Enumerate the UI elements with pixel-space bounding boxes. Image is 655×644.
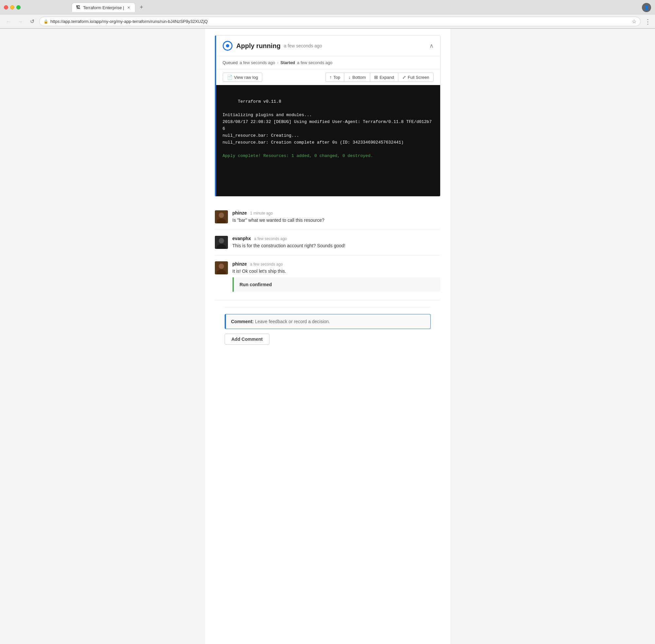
arrow-down-icon: ↓ <box>348 74 351 80</box>
run-header: Apply running a few seconds ago ∧ <box>216 36 440 56</box>
add-comment-button[interactable]: Add Comment <box>225 334 270 345</box>
bottom-button[interactable]: ↓ Bottom <box>344 73 370 82</box>
comment-input-section: Comment: Leave feedback or record a deci… <box>225 307 431 345</box>
tab-bar: 🏗 Terraform Enterprise | ✕ + <box>45 3 172 12</box>
terminal-line-1: Terraform v0.11.8 Initializing plugins a… <box>223 99 432 145</box>
run-status-icon <box>223 41 233 51</box>
tab-favicon-icon: 🏗 <box>76 5 81 10</box>
full-screen-button[interactable]: ⤢ Full Screen <box>398 73 434 82</box>
comment-author: phinze <box>233 210 247 215</box>
minimize-window-button[interactable] <box>10 5 15 9</box>
bookmark-button[interactable]: ☆ <box>632 18 636 25</box>
close-window-button[interactable] <box>4 5 8 9</box>
browser-chrome: 🏗 Terraform Enterprise | ✕ + 👤 ← → ↺ 🔒 h… <box>0 0 655 29</box>
comment-input-box[interactable]: Comment: Leave feedback or record a deci… <box>225 314 431 329</box>
meta-arrow: › <box>277 60 278 65</box>
run-meta: Queued a few seconds ago › Started a few… <box>216 56 440 69</box>
tab-close-button[interactable]: ✕ <box>126 5 131 10</box>
run-title: Apply running <box>236 42 281 50</box>
terminal-apply-complete: Apply complete! Resources: 1 added, 0 ch… <box>223 154 373 158</box>
back-button[interactable]: ← <box>4 17 13 26</box>
active-tab[interactable]: 🏗 Terraform Enterprise | ✕ <box>72 3 135 12</box>
view-raw-log-button[interactable]: 📄 View raw log <box>223 73 262 82</box>
new-tab-button[interactable]: + <box>137 3 146 12</box>
comment-item: phinze a few seconds ago It is! Ok cool … <box>215 255 441 301</box>
tab-title: Terraform Enterprise | <box>83 5 124 10</box>
started-label: Started <box>281 60 295 65</box>
comment-body: evanphx a few seconds ago This is for th… <box>233 236 441 249</box>
started-time: a few seconds ago <box>297 60 332 65</box>
forward-button[interactable]: → <box>16 17 25 26</box>
svg-point-4 <box>219 238 224 243</box>
avatar <box>215 236 228 249</box>
page-content: Apply running a few seconds ago ∧ Queued… <box>205 29 450 644</box>
svg-point-7 <box>219 263 224 269</box>
log-toolbar: 📄 View raw log ↑ Top ↓ Bottom ⊞ Expand <box>216 69 440 85</box>
document-icon: 📄 <box>227 74 233 80</box>
comment-time: a few seconds ago <box>254 236 287 241</box>
queued-label: Queued <box>223 60 238 65</box>
run-confirmed-badge: Run confirmed <box>233 277 441 292</box>
profile-button[interactable]: 👤 <box>642 3 651 12</box>
expand-icon: ⊞ <box>374 74 378 80</box>
expand-button[interactable]: ⊞ Expand <box>370 73 398 82</box>
avatar <box>215 210 228 223</box>
avatar <box>215 261 228 274</box>
comment-text: Is "bar" what we wanted to call this res… <box>233 217 441 224</box>
arrow-up-icon: ↑ <box>330 74 332 80</box>
comment-time: 1 minute ago <box>250 211 273 215</box>
browser-menu-button[interactable]: ⋮ <box>645 18 651 25</box>
titlebar: 🏗 Terraform Enterprise | ✕ + 👤 <box>0 0 655 15</box>
comment-time: a few seconds ago <box>250 262 283 267</box>
comment-placeholder: Leave feedback or record a decision. <box>255 319 330 324</box>
comment-author: phinze <box>233 261 247 267</box>
comment-item: evanphx a few seconds ago This is for th… <box>215 230 441 255</box>
svg-point-1 <box>219 213 224 218</box>
log-navigation-group: ↑ Top ↓ Bottom ⊞ Expand ⤢ Full Screen <box>325 73 434 82</box>
maximize-window-button[interactable] <box>16 5 21 9</box>
comment-body: phinze 1 minute ago Is "bar" what we wan… <box>233 210 441 224</box>
traffic-lights <box>4 5 21 9</box>
fullscreen-icon: ⤢ <box>402 74 406 80</box>
top-button[interactable]: ↑ Top <box>325 73 344 82</box>
run-status-time: a few seconds ago <box>284 43 322 48</box>
comments-section: phinze 1 minute ago Is "bar" what we wan… <box>215 204 441 345</box>
browser-toolbar: ← → ↺ 🔒 https://app.terraform.io/app/my-… <box>0 15 655 28</box>
terminal-output: Terraform v0.11.8 Initializing plugins a… <box>216 85 440 196</box>
url-text: https://app.terraform.io/app/my-org/my-a… <box>50 19 630 24</box>
reload-button[interactable]: ↺ <box>27 17 37 26</box>
address-bar[interactable]: 🔒 https://app.terraform.io/app/my-org/my… <box>39 17 640 26</box>
lock-icon: 🔒 <box>44 19 48 24</box>
comment-author: evanphx <box>233 236 251 241</box>
comment-text: This is for the construction account rig… <box>233 243 441 249</box>
comment-body: phinze a few seconds ago It is! Ok cool … <box>233 261 441 294</box>
collapse-button[interactable]: ∧ <box>429 42 434 49</box>
comment-item: phinze 1 minute ago Is "bar" what we wan… <box>215 204 441 230</box>
run-card: Apply running a few seconds ago ∧ Queued… <box>215 35 441 197</box>
comment-text: It is! Ok cool let's ship this. <box>233 268 441 275</box>
queued-time: a few seconds ago <box>240 60 275 65</box>
comment-label: Comment: <box>231 319 254 324</box>
